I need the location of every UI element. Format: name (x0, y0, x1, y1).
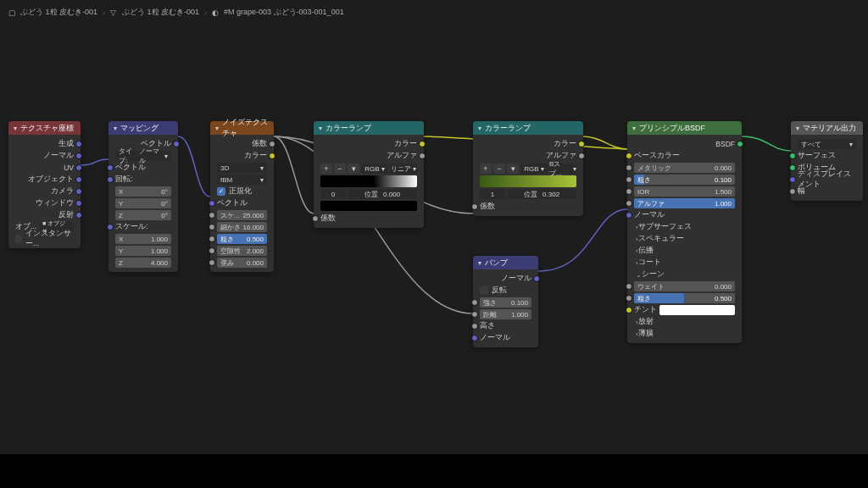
roughness-slider[interactable]: 粗さ0.100 (634, 175, 735, 185)
socket[interactable] (626, 283, 632, 290)
rgb-select[interactable]: RGB ▾ (361, 164, 388, 174)
socket[interactable] (578, 141, 585, 147)
target-select[interactable]: すべて▾ (798, 139, 856, 149)
socket[interactable] (269, 141, 275, 147)
socket[interactable] (75, 200, 82, 207)
socket[interactable] (419, 141, 426, 147)
socket[interactable] (626, 176, 632, 183)
socket[interactable] (626, 188, 632, 195)
socket[interactable] (209, 224, 215, 230)
stop-color-swatch[interactable] (320, 201, 417, 211)
sheen-weight-field[interactable]: ウェイト0.000 (634, 281, 735, 291)
socket[interactable] (626, 200, 632, 207)
ramp-toolbar[interactable]: + − ▾ RGB ▾ Bスプ... ▾ (480, 164, 576, 174)
socket[interactable] (75, 141, 82, 147)
add-stop-button[interactable]: + (480, 164, 492, 174)
socket[interactable] (471, 335, 478, 341)
tint-swatch[interactable] (659, 305, 735, 315)
socket[interactable] (209, 212, 215, 219)
node-material-output[interactable]: マテリアル出力 すべて▾ サーフェス ボリューム ディスプレイスメント 幅 (791, 121, 863, 201)
socket[interactable] (75, 188, 82, 195)
node-noise-texture[interactable]: ノイズテクスチャ 係数 カラー 3D▾ fBM▾ 正規化 ベクトル スケ...2… (210, 121, 274, 272)
stop-index[interactable]: 1 (480, 189, 505, 199)
socket[interactable] (737, 141, 743, 147)
ior-field[interactable]: IOR1.500 (634, 186, 735, 197)
socket[interactable] (209, 259, 215, 266)
scale-field[interactable]: スケ...25.000 (217, 210, 267, 220)
node-color-ramp-2[interactable]: カラーランプ カラー アルファ + − ▾ RGB ▾ Bスプ... ▾ 1 位… (473, 121, 583, 216)
checkbox-normalize[interactable] (217, 187, 225, 196)
node-texture-coordinate[interactable]: テクスチャ座標 生成 ノーマル UV オブジェクト カメラ ウィンドウ 反射 オ… (8, 121, 81, 248)
scale-x[interactable]: X1.000 (115, 234, 171, 244)
rot-x[interactable]: X0° (115, 186, 171, 197)
stop-position[interactable]: 位置 0.302 (507, 189, 576, 199)
stop-position[interactable]: 位置 0.000 (348, 189, 417, 199)
scale-y[interactable]: Y1.000 (115, 246, 171, 256)
strength-field[interactable]: 強さ0.100 (480, 297, 531, 308)
node-header[interactable]: カラーランプ (473, 121, 583, 135)
socket[interactable] (75, 176, 82, 183)
interp-select[interactable]: Bスプ... ▾ (549, 164, 576, 174)
flip-button[interactable]: ▾ (507, 164, 519, 174)
flip-button[interactable]: ▾ (348, 164, 359, 174)
socket[interactable] (626, 295, 632, 302)
distance-field[interactable]: 距離1.000 (480, 309, 531, 319)
lacunarity-field[interactable]: 空隙性2.000 (217, 246, 267, 256)
rot-z[interactable]: Z0° (115, 210, 171, 220)
add-stop-button[interactable]: + (320, 164, 332, 174)
rgb-select[interactable]: RGB ▾ (520, 164, 548, 174)
dim-select[interactable]: 3D▾ (217, 163, 267, 173)
expand-sheen[interactable]: ⌄ (634, 271, 642, 279)
node-header[interactable]: マテリアル出力 (791, 121, 863, 135)
socket[interactable] (626, 164, 632, 171)
socket[interactable] (471, 311, 478, 318)
node-bump[interactable]: バンプ ノーマル 反転 強さ0.100 距離1.000 高さ ノーマル (473, 256, 538, 347)
socket[interactable] (471, 203, 478, 210)
remove-stop-button[interactable]: − (493, 164, 505, 174)
socket[interactable] (533, 275, 540, 282)
distortion-field[interactable]: 歪み0.000 (217, 258, 267, 268)
node-header[interactable]: プリンシプルBSDF (627, 121, 742, 135)
socket[interactable] (107, 224, 114, 230)
node-header[interactable]: テクスチャ座標 (8, 121, 81, 135)
node-principled-bsdf[interactable]: プリンシプルBSDF BSDF ベースカラー メタリック0.000 粗さ0.10… (627, 121, 742, 343)
socket[interactable] (626, 212, 632, 219)
socket[interactable] (471, 323, 478, 330)
socket[interactable] (75, 152, 82, 159)
scale-z[interactable]: Z4.000 (115, 258, 171, 268)
socket[interactable] (626, 152, 632, 159)
interp-select[interactable]: リニア ▾ (390, 164, 417, 174)
socket[interactable] (789, 164, 796, 171)
roughness-slider[interactable]: 粗さ0.500 (217, 234, 267, 244)
rot-y[interactable]: Y0° (115, 198, 171, 208)
node-color-ramp-1[interactable]: カラーランプ カラー アルファ + − ▾ RGB ▾ リニア ▾ 0 位置 0… (314, 121, 424, 228)
socket[interactable] (789, 188, 796, 195)
socket[interactable] (75, 212, 82, 219)
type-select[interactable]: タイプ:ノーマル▾ (115, 151, 171, 161)
socket[interactable] (789, 176, 796, 183)
checkbox-instancer[interactable] (15, 235, 22, 243)
remove-stop-button[interactable]: − (334, 164, 346, 174)
socket[interactable] (107, 176, 114, 183)
socket[interactable] (173, 141, 180, 147)
alpha-slider[interactable]: アルファ1.000 (634, 198, 735, 208)
socket[interactable] (209, 236, 215, 242)
metallic-field[interactable]: メタリック0.000 (634, 163, 735, 173)
node-header[interactable]: ノイズテクスチャ (210, 121, 274, 135)
checkbox-invert[interactable] (480, 286, 488, 295)
color-ramp-gradient[interactable] (320, 175, 417, 187)
socket[interactable] (419, 152, 426, 159)
type-select[interactable]: fBM▾ (217, 175, 267, 185)
socket[interactable] (312, 215, 319, 222)
sheen-rough-slider[interactable]: 粗さ0.500 (634, 293, 735, 303)
socket[interactable] (578, 152, 585, 159)
ramp-toolbar[interactable]: + − ▾ RGB ▾ リニア ▾ (320, 164, 417, 174)
socket[interactable] (471, 299, 478, 306)
socket[interactable] (626, 307, 632, 313)
node-mapping[interactable]: マッピング ベクトル タイプ:ノーマル▾ ベクトル 回転: X0° Y0° Z0… (108, 121, 178, 272)
node-header[interactable]: カラーランプ (314, 121, 424, 135)
stop-index[interactable]: 0 (320, 189, 346, 199)
socket[interactable] (75, 164, 82, 171)
socket[interactable] (209, 200, 215, 207)
node-header[interactable]: マッピング (108, 121, 178, 135)
